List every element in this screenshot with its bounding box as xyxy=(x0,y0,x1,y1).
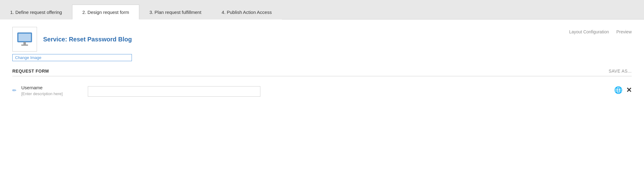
service-header: Service: Reset Password Blog xyxy=(12,27,132,52)
request-form-title: REQUEST FORM xyxy=(12,69,49,74)
tab-plan-request-fulfillment[interactable]: 3. Plan request fulfillment xyxy=(139,5,211,19)
main-content: Service: Reset Password Blog Change Imag… xyxy=(0,19,644,173)
monitor-icon xyxy=(16,31,33,48)
field-label-container: Username [Enter description here] xyxy=(21,85,83,96)
save-as-link[interactable]: SAVE AS... xyxy=(609,69,632,74)
table-row: ✏ Username [Enter description here] 🌐 ✕ xyxy=(12,82,632,99)
request-form-section: REQUEST FORM SAVE AS... ✏ Username [Ente… xyxy=(12,69,632,99)
tab-publish-action-access[interactable]: 4. Publish Action Access xyxy=(211,5,282,19)
field-description: [Enter description here] xyxy=(21,91,83,96)
globe-icon[interactable]: 🌐 xyxy=(614,86,622,94)
preview-link[interactable]: Preview xyxy=(616,29,632,34)
tab-design-request-form[interactable]: 2. Design request form xyxy=(72,5,139,19)
edit-icon[interactable]: ✏ xyxy=(12,87,16,93)
svg-rect-3 xyxy=(21,44,28,46)
form-row-actions: 🌐 ✕ xyxy=(614,86,632,94)
request-form-header: REQUEST FORM SAVE AS... xyxy=(12,69,632,74)
svg-rect-1 xyxy=(18,34,31,41)
tab-bar: 1. Define request offering 2. Design req… xyxy=(0,0,644,19)
header-row: Service: Reset Password Blog Change Imag… xyxy=(12,27,632,66)
header-right: Layout Configuration Preview xyxy=(569,27,632,34)
layout-configuration-link[interactable]: Layout Configuration xyxy=(569,29,609,34)
tab-define-request-offering[interactable]: 1. Define request offering xyxy=(0,5,72,19)
form-divider xyxy=(12,76,632,76)
username-input[interactable] xyxy=(88,86,260,97)
header-left: Service: Reset Password Blog Change Imag… xyxy=(12,27,132,66)
change-image-link[interactable]: Change Image xyxy=(12,54,132,61)
field-label: Username xyxy=(21,85,83,90)
service-icon-container xyxy=(12,27,37,52)
svg-rect-2 xyxy=(23,42,26,44)
service-title: Service: Reset Password Blog xyxy=(43,36,132,43)
close-icon[interactable]: ✕ xyxy=(626,86,632,94)
field-input-area xyxy=(88,86,609,97)
